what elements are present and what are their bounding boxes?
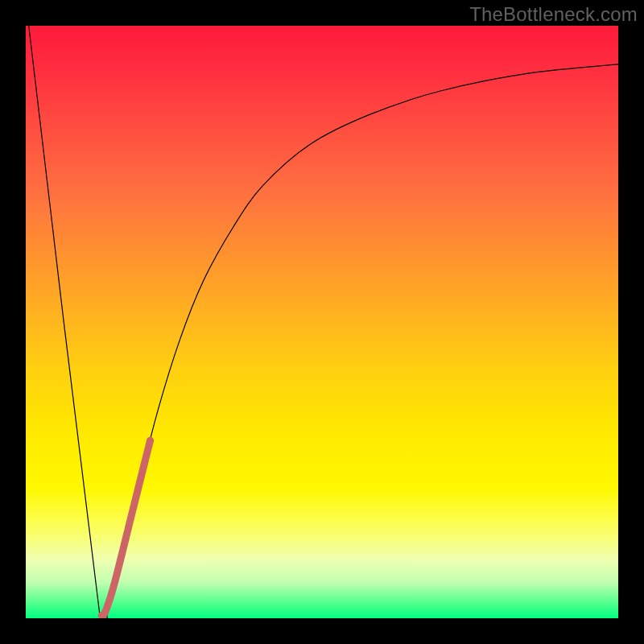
chart-curve-layer xyxy=(26,26,618,618)
bottleneck-curve xyxy=(29,26,618,618)
chart-plot-area xyxy=(26,26,618,618)
highlight-segment xyxy=(101,440,150,616)
watermark-text: TheBottleneck.com xyxy=(469,3,638,26)
